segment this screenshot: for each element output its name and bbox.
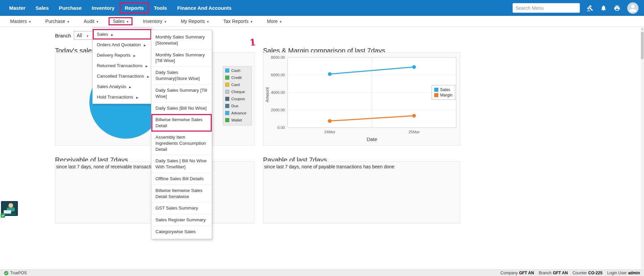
menu-item-sales-analysis[interactable]: Sales Analysis [93,81,151,92]
legend-swatch [225,90,229,94]
legend-swatch [434,88,438,92]
legend-label: Due [231,104,238,108]
menu-item-hold-transactions[interactable]: Hold Transactions [93,92,151,102]
menu-item-orders-and-quotation[interactable]: Orders And Quotation [93,39,151,50]
submenu-item-categorywise-sales[interactable]: Categorywise Sales [151,226,212,238]
menubar-item-tax-reports[interactable]: Tax Reports [219,17,256,25]
search-input[interactable] [513,3,580,13]
top-nav: Master Sales Purchase Inventory Reports … [0,0,644,16]
nav-sales[interactable]: Sales [30,2,54,13]
legend-item-cash: Cash [225,68,250,73]
legend-swatch [225,118,229,122]
legend-swatch [225,97,229,101]
status-left: TruePOS [4,271,27,275]
submenu-item-monthly-sales-summary-till-wise[interactable]: Monthly Sales Summary [Till Wise] [151,49,212,67]
submenu-item-monthly-sales-summary-storewise[interactable]: Monthly Sales Summary [Storewise] [151,31,212,49]
submenu-item-daily-sales-bill-no-wise[interactable]: Daily Sales [Bill No Wise] [151,103,212,114]
menubar-item-label: Tax Reports [223,19,248,24]
svg-text:4000.00: 4000.00 [271,90,285,94]
nav-tools[interactable]: Tools [149,2,172,13]
submenu-item-assembly-item-ingredients-consumption-detail[interactable]: Assembly Item Ingredients Consumption De… [151,132,212,155]
truepos-app: Master Sales Purchase Inventory Reports … [0,0,644,276]
menu-bar: Masters Purchase Audit Sales Inventory M… [0,16,644,27]
chevron-right-icon [147,74,149,79]
chevron-down-icon [96,19,98,24]
menubar-item-more[interactable]: More [263,17,286,25]
branch-select-value: All [77,33,82,38]
chart-y-axis-label: Amount [265,85,270,105]
desktop-shortcut-icon[interactable] [1,201,18,219]
status-value: CO-225 [588,271,603,275]
svg-text:2000.00: 2000.00 [271,108,285,112]
svg-text:24Mar: 24Mar [324,130,335,134]
legend-label: Cash [231,68,240,73]
menu-item-returned-transactions[interactable]: Returned Transactions [93,60,151,71]
payable-empty-text: since last 7 days, none of payable trans… [264,164,394,169]
submenu-item-gst-sales-summary[interactable]: GST Sales Summary [151,202,212,214]
submenu-item-daily-sales-summary-store-wise[interactable]: Daily Sales Summary[Store Wise] [151,67,212,85]
legend-item-wallet: Wallet [225,118,250,122]
nav-purchase[interactable]: Purchase [54,2,87,13]
sales-margin-panel: 0.002000.004000.006000.008000.0024Mar25M… [263,52,460,146]
chevron-down-icon [29,19,31,24]
status-branch: Branch GFT AN [539,271,568,275]
svg-text:8000.00: 8000.00 [271,55,285,59]
chevron-right-icon [129,84,131,89]
menubar-item-inventory[interactable]: Inventory [139,17,170,25]
status-company: Company GFT AN [500,271,534,275]
menubar-item-label: Purchase [45,19,65,24]
svg-text:25Mar: 25Mar [409,130,420,134]
status-value: GFT AN [553,271,568,275]
submenu-item-billwise-itemwise-sales-detail[interactable]: Billwise Itemwise Sales Detail [151,114,212,132]
legend-item-cheque: Cheque [225,90,250,94]
chevron-down-icon [87,33,88,38]
vertical-scrollbar [641,27,644,270]
scrollbar-thumb[interactable] [641,32,644,59]
menu-item-delivery-reports[interactable]: Delivery Reports [93,50,151,60]
gavel-icon[interactable] [587,5,593,11]
sales-margin-chart: 0.002000.004000.006000.008000.0024Mar25M… [263,53,461,136]
svg-text:0.00: 0.00 [277,126,285,130]
submenu-item-sales-register-summary[interactable]: Sales Register Summary [151,214,212,226]
scroll-up-arrow[interactable] [641,27,644,31]
menu-item-cancelled-transactions[interactable]: Cancelled Transactions [93,71,151,81]
legend-label: Advance [231,111,246,115]
legend-swatch [225,76,229,80]
legend-label: Cheque [231,90,245,94]
chevron-down-icon [251,19,253,24]
menu-item-label: Sales Analysis [97,84,126,89]
branch-label: Branch [55,33,71,38]
printer-icon[interactable] [614,5,620,11]
bell-icon[interactable] [600,5,607,11]
menu-item-label: Returned Transactions [97,63,143,68]
legend-label: Card [231,83,240,87]
nav-reports[interactable]: Reports [120,2,149,13]
chart-x-axis-label: Date [288,136,456,142]
menubar-item-purchase[interactable]: Purchase [41,17,73,25]
submenu-item-billwise-itemwise-sales-detail-serialwise[interactable]: Billwise Itemwise Sales Detail Serialwis… [151,185,212,203]
menubar-item-masters[interactable]: Masters [6,17,35,25]
menubar-item-sales[interactable]: Sales [109,17,133,25]
menubar-item-label: My Reports [181,19,205,24]
menubar-item-label: Inventory [143,19,163,24]
pie-legend: Cash Credit Card Cheque Coupon Due [223,66,252,126]
nav-finance-and-accounts[interactable]: Finance And Accounts [172,2,236,13]
chevron-down-icon [280,19,282,24]
nav-master[interactable]: Master [4,2,30,13]
legend-item-sales: Sales [434,87,452,92]
menubar-item-my-reports[interactable]: My Reports [177,17,213,25]
submenu-item-daily-sales-bill-no-wise-with-timefilter[interactable]: Daily Sales [ Bill No Wise With Timefilt… [151,155,212,173]
chart-legend: Sales Margin [432,85,455,100]
avatar[interactable] [627,2,639,14]
nav-inventory[interactable]: Inventory [87,2,120,13]
legend-label: Credit [231,76,242,80]
submenu-item-daily-sales-summary-till-wise[interactable]: Daily Sales Summary [Till Wise] [151,85,212,103]
menu-item-sales[interactable]: Sales [93,29,151,39]
sales-submenu: Monthly Sales Summary [Storewise] Monthl… [151,30,212,239]
status-label: Login User [607,271,627,275]
truepos-logo-icon [4,271,8,275]
legend-item-credit: Credit [225,76,250,80]
legend-label: Sales [440,87,450,92]
menubar-item-audit[interactable]: Audit [80,17,102,25]
submenu-item-offline-sales-bill-details[interactable]: Offline Sales Bill Details [151,173,212,185]
